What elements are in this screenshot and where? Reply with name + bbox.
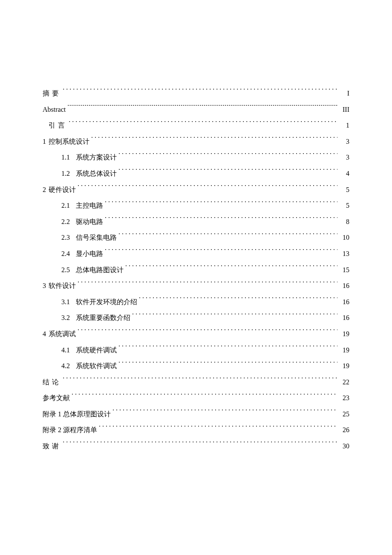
toc-leader-dots [67,105,337,112]
toc-entry: 2硬件设计5 [43,182,349,198]
toc-leader-dots [105,201,337,208]
toc-entry: 附录 1 总体原理图设计25 [43,406,349,422]
toc-leader-dots [78,281,337,288]
toc-entry: 附录 2 源程序清单26 [43,422,349,438]
toc-entry-page: 3 [339,149,349,166]
toc-entry-number: 2.1 [61,198,70,214]
toc-entry: 参考文献23 [43,390,349,406]
toc-leader-dots [78,185,337,192]
toc-entry-title: 系统方案设计 [76,149,117,166]
toc-leader-dots [118,169,337,176]
toc-leader-dots [118,361,337,368]
toc-page: 摘要IAbstractIII引言11控制系统设计31.1系统方案设计31.2系统… [0,0,392,454]
toc-entry-title: 系统软件调试 [76,358,117,374]
toc-leader-dots [118,346,337,352]
toc-entry-page: I [339,85,349,102]
toc-entry-number: 3.1 [61,294,70,310]
toc-leader-dots [99,425,337,432]
toc-entry-page: 19 [339,358,349,374]
toc-entry: 2.3信号采集电路10 [43,230,349,246]
toc-entry: 4.1系统硬件调试19 [43,342,349,358]
toc-leader-dots [139,297,337,304]
toc-entry-title: 软件开发环境的介绍 [76,294,137,310]
toc-entry-page: 30 [339,438,349,454]
toc-entry-number: 2.2 [61,214,70,230]
toc-entry-number: 2.3 [61,230,70,246]
toc-entry-page: 26 [339,422,349,438]
toc-entry-page: 25 [339,406,349,422]
toc-entry-page: 15 [339,262,349,278]
toc-entry: 引言1 [43,117,349,134]
toc-entry: 结论22 [43,374,349,390]
toc-entry-number: 4.1 [61,342,70,358]
toc-entry-title: 系统硬件调试 [76,342,117,358]
toc-entry-title: 引言 [49,117,67,134]
toc-entry-title: 摘要 [43,85,61,102]
toc-entry: 1控制系统设计3 [43,134,349,150]
toc-entry: 4.2系统软件调试19 [43,358,349,374]
toc-entry-title: 主控电路 [76,198,103,214]
toc-entry-page: 16 [339,294,349,310]
toc-entry-page: 10 [339,230,349,246]
toc-entry: AbstractIII [43,102,349,118]
toc-leader-dots [72,393,337,400]
toc-entry: 2.4显小电路13 [43,246,349,262]
toc-entry-title: 系统总体设计 [76,166,117,182]
toc-leader-dots [132,313,337,320]
toc-entry-number: 2.4 [61,246,70,262]
toc-entry: 2.1主控电路5 [43,198,349,214]
toc-entry-title: 信号采集电路 [76,230,117,246]
toc-entry: 2.5总体电路图设计15 [43,262,349,278]
toc-entry-page: 1 [339,117,349,134]
toc-entry: 1.2系统总体设计4 [43,166,349,182]
toc-leader-dots [112,410,337,416]
toc-entry-page: 3 [339,134,349,150]
toc-entry: 4系统调试19 [43,326,349,342]
toc-entry: 3.1软件开发环境的介绍16 [43,294,349,310]
toc-entry-number: 3 [43,278,46,294]
toc-leader-dots [91,137,337,144]
toc-entry: 摘要I [43,85,349,102]
toc-entry-page: 13 [339,246,349,262]
toc-entry-number: 4 [43,326,46,342]
toc-leader-dots [118,233,337,240]
toc-entry-page: 4 [339,166,349,182]
toc-leader-dots [63,378,337,384]
toc-entry-page: 16 [339,310,349,326]
toc-entry-title: 参考文献 [43,390,70,406]
toc-leader-dots [118,153,337,160]
toc-entry-title: 结论 [43,374,61,390]
toc-entry-title: 硬件设计 [49,182,76,198]
toc-entry-page: 8 [339,214,349,230]
toc-entry-page: 5 [339,198,349,214]
toc-entry: 3.2系统重要函数介绍16 [43,310,349,326]
toc-leader-dots [105,217,337,224]
toc-entry-number: 2 [43,182,46,198]
toc-entry-title: 驱动电路 [76,214,103,230]
toc-entry-number: 3.2 [61,310,70,326]
toc-leader-dots [69,121,337,128]
toc-entry-title: Abstract [43,102,66,118]
toc-entry: 3软件设计16 [43,278,349,294]
toc-entry-title: 致谢 [43,438,61,454]
toc-entry-page: 19 [339,326,349,342]
toc-leader-dots [125,265,337,272]
toc-entry-page: 16 [339,278,349,294]
toc-entry-number: 1.1 [61,149,70,166]
toc-entry-page: 23 [339,390,349,406]
toc-entry-title: 软件设计 [49,278,76,294]
toc-entry: 致谢30 [43,438,349,454]
toc-entry-page: 22 [339,374,349,390]
toc-entry-number: 1.2 [61,166,70,182]
toc-entry-number: 1 [43,134,46,150]
toc-entry-title: 总体电路图设计 [76,262,124,278]
toc-leader-dots [78,329,337,336]
toc-entry-number: 2.5 [61,262,70,278]
toc-entry-title: 附录 1 总体原理图设计 [43,406,111,422]
toc-entry-page: III [339,102,349,118]
toc-leader-dots [63,442,337,448]
toc-entry-page: 5 [339,182,349,198]
toc-entry-title: 系统重要函数介绍 [76,310,130,326]
toc-leader-dots [63,89,337,96]
toc-entry-title: 系统调试 [49,326,76,342]
